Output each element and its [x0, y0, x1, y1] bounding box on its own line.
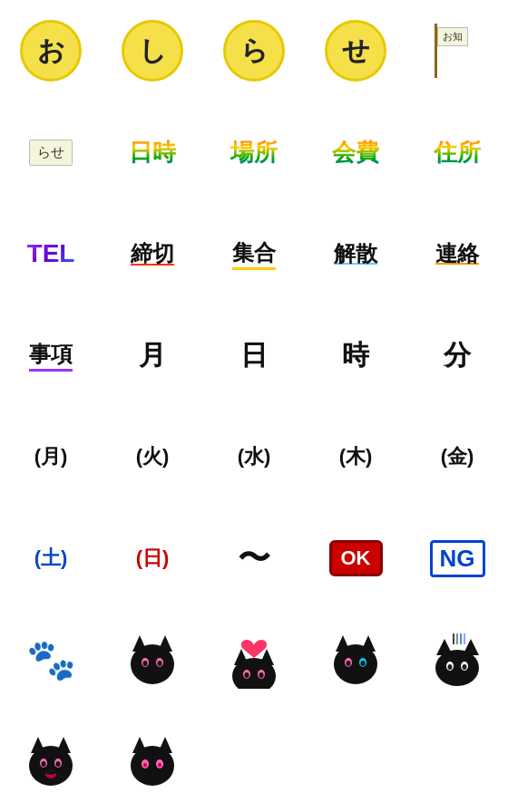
svg-point-46 — [143, 763, 147, 768]
ji-text: 時 — [342, 337, 369, 374]
nichiji-text: 日時 — [129, 137, 176, 169]
cell-tel[interactable]: TEL — [0, 203, 102, 304]
cell-rase[interactable]: らせ — [0, 102, 102, 203]
svg-point-12 — [245, 672, 249, 678]
svg-point-31 — [462, 664, 466, 670]
cell-shugo[interactable]: 集合 — [203, 203, 305, 304]
cell-jikou[interactable]: 事項 — [0, 304, 102, 406]
sticker-grid: お し ら せ お知 らせ 日時 場所 会費 住所 TEL 締切 集合 — [0, 0, 508, 812]
tsuki-text: 月 — [139, 337, 166, 374]
cell-flag1[interactable]: お知 — [406, 0, 508, 102]
cell-do[interactable]: (土) — [0, 508, 102, 609]
cell-renraku[interactable]: 連絡 — [406, 203, 508, 304]
cell-ji[interactable]: 時 — [305, 304, 406, 406]
svg-point-6 — [158, 661, 162, 666]
nichi-text: (日) — [136, 545, 170, 572]
cat-heart — [227, 631, 281, 689]
renraku-text: 連絡 — [435, 239, 479, 268]
flag1: お知 — [425, 24, 489, 78]
kaihi-text: 会費 — [332, 137, 379, 169]
svg-point-5 — [143, 661, 148, 666]
ka-text: (火) — [136, 443, 170, 470]
cat-wink — [328, 633, 383, 686]
do-text: (土) — [34, 545, 68, 572]
cell-ok[interactable]: OK — [305, 508, 406, 609]
cell-kaihi[interactable]: 会費 — [305, 102, 406, 203]
cell-fun[interactable]: 分 — [406, 304, 508, 406]
moku-text: (木) — [339, 443, 373, 470]
cell-paw[interactable]: 🐾 — [0, 609, 102, 710]
cell-nichi[interactable]: (日) — [102, 508, 203, 609]
svg-point-20 — [361, 661, 366, 666]
shugo-text: 集合 — [232, 238, 276, 270]
cell-blank3 — [406, 710, 508, 812]
shimekiri-text: 締切 — [131, 239, 174, 268]
hi-text: 日 — [240, 337, 268, 374]
cell-moku[interactable]: (木) — [305, 406, 406, 508]
basho-text: 場所 — [230, 137, 278, 169]
fun-text: 分 — [444, 337, 471, 374]
cell-tsuki[interactable]: 月 — [102, 304, 203, 406]
cell-jusho[interactable]: 住所 — [406, 102, 508, 203]
getu-text: (月) — [34, 443, 68, 470]
kin-text: (金) — [441, 443, 474, 470]
cell-shimekiri[interactable]: 締切 — [102, 203, 203, 304]
svg-point-43 — [131, 746, 174, 786]
svg-point-2 — [131, 644, 174, 684]
cell-ka[interactable]: (火) — [102, 406, 203, 508]
cell-sui[interactable]: (水) — [203, 406, 305, 508]
se-circle: せ — [325, 20, 386, 82]
svg-point-19 — [347, 661, 351, 666]
cell-shi[interactable]: し — [102, 0, 203, 102]
tel-text: TEL — [27, 239, 75, 268]
cell-se[interactable]: せ — [305, 0, 406, 102]
cell-getu[interactable]: (月) — [0, 406, 102, 508]
cell-kin[interactable]: (金) — [406, 406, 508, 508]
svg-point-47 — [158, 763, 161, 768]
cell-nichiji[interactable]: 日時 — [102, 102, 203, 203]
cell-ng[interactable]: NG — [406, 508, 508, 609]
tilde-text: 〜 — [238, 536, 270, 581]
cell-cat6[interactable] — [102, 710, 203, 812]
cell-blank2 — [305, 710, 406, 812]
jusho-text: 住所 — [434, 137, 481, 169]
cat-fancy — [428, 632, 487, 688]
svg-point-38 — [56, 761, 61, 767]
cell-basho[interactable]: 場所 — [203, 102, 305, 203]
cell-o[interactable]: お — [0, 0, 102, 102]
svg-point-34 — [29, 746, 73, 786]
cell-ra[interactable]: ら — [203, 0, 305, 102]
ra-circle: ら — [223, 20, 285, 82]
sui-text: (水) — [238, 443, 271, 470]
sankan-text: 解散 — [334, 239, 377, 268]
cell-sankan[interactable]: 解散 — [305, 203, 406, 304]
o-circle: お — [20, 20, 82, 82]
ok-text: OK — [329, 540, 383, 576]
cell-tilde[interactable]: 〜 — [203, 508, 305, 609]
cell-cat4[interactable] — [406, 609, 508, 710]
ng-text: NG — [430, 540, 485, 577]
svg-point-40 — [45, 769, 56, 775]
shi-circle: し — [122, 20, 183, 82]
cell-cat5[interactable] — [0, 710, 102, 812]
svg-point-30 — [447, 664, 452, 670]
svg-point-16 — [334, 644, 377, 684]
cell-cat2[interactable] — [203, 609, 305, 710]
cat-pink — [125, 735, 180, 788]
svg-point-37 — [42, 761, 46, 767]
cell-blank1 — [203, 710, 305, 812]
paw-icon: 🐾 — [26, 636, 76, 683]
rase-banner: らせ — [29, 140, 73, 166]
svg-point-13 — [259, 672, 264, 678]
cell-cat1[interactable] — [102, 609, 203, 710]
cell-hi[interactable]: 日 — [203, 304, 305, 406]
svg-point-27 — [435, 650, 479, 686]
cat-sad — [24, 735, 78, 788]
cell-cat3[interactable] — [305, 609, 406, 710]
cat-plain — [125, 633, 180, 686]
jikou-text: 事項 — [29, 340, 73, 372]
